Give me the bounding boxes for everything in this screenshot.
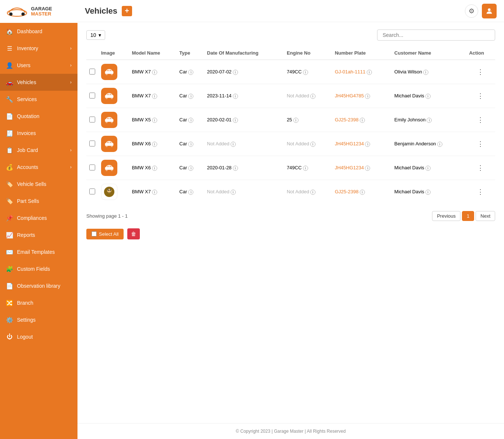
info-icon[interactable]: ℹ (310, 94, 315, 99)
info-icon[interactable]: ℹ (233, 166, 238, 171)
info-icon[interactable]: ℹ (188, 70, 193, 75)
row-checkbox[interactable] (89, 189, 95, 194)
toolbar: 10 ▾ (86, 30, 495, 41)
info-icon[interactable]: ℹ (152, 70, 157, 75)
sidebar-item-job-card[interactable]: 📋 Job Card › (0, 142, 77, 159)
user-avatar[interactable]: + (482, 4, 497, 18)
sidebar: GARAGE MASTER 🏠 Dashboard ☰ Inventory › … (0, 0, 77, 439)
delete-selected-button[interactable]: 🗑 (127, 228, 140, 239)
action-menu-button[interactable]: ⋮ (469, 188, 492, 196)
sidebar-item-invoices[interactable]: 🧾 Invoices (0, 125, 77, 142)
action-menu-button[interactable]: ⋮ (469, 164, 492, 172)
info-icon[interactable]: ℹ (188, 166, 193, 171)
info-icon[interactable]: ℹ (310, 190, 315, 195)
page-1-button[interactable]: 1 (462, 211, 474, 221)
svg-rect-24 (107, 142, 109, 143)
sidebar-item-users[interactable]: 👤 Users › (0, 57, 77, 74)
info-icon[interactable]: ℹ (425, 190, 431, 195)
info-icon[interactable]: ℹ (365, 142, 370, 147)
sidebar-item-vehicles[interactable]: 🚗 Vehicles › (0, 74, 77, 91)
svg-point-33 (108, 190, 109, 191)
sidebar-label-observation-library: Observation library (17, 283, 61, 289)
sidebar-label-custom-fields: Custom Fields (17, 266, 50, 272)
info-icon[interactable]: ℹ (188, 118, 193, 123)
table-row: BMW X7ℹCarℹ2020-07-02ℹ749CCℹGJ-01ah-1111… (86, 60, 495, 84)
row-checkbox-cell (86, 60, 98, 84)
info-icon[interactable]: ℹ (303, 166, 308, 171)
info-icon[interactable]: ℹ (188, 190, 193, 195)
sidebar-item-branch[interactable]: 🔀 Branch (0, 294, 77, 311)
action-menu-button[interactable]: ⋮ (469, 140, 492, 148)
row-customer-name: Michael Davisℹ (391, 180, 466, 204)
svg-point-28 (111, 169, 113, 171)
sidebar-item-quotation[interactable]: 📄 Quotation (0, 108, 77, 125)
sidebar-label-quotation: Quotation (17, 113, 39, 119)
search-input[interactable] (377, 30, 495, 41)
info-icon[interactable]: ℹ (437, 142, 442, 147)
svg-point-17 (106, 121, 107, 123)
row-checkbox[interactable] (89, 141, 95, 146)
svg-rect-35 (108, 189, 109, 190)
info-icon[interactable]: ℹ (425, 166, 431, 171)
info-icon[interactable]: ℹ (152, 190, 157, 195)
info-icon[interactable]: ℹ (188, 142, 193, 147)
info-icon[interactable]: ℹ (310, 142, 315, 147)
sidebar-item-vehicle-sells[interactable]: 🏷️ Vehicle Sells (0, 176, 77, 193)
info-icon[interactable]: ℹ (365, 94, 370, 99)
info-icon[interactable]: ℹ (152, 118, 157, 123)
sidebar-item-observation-library[interactable]: 📄 Observation library (0, 277, 77, 294)
sidebar-item-reports[interactable]: 📈 Reports (0, 227, 77, 243)
info-icon[interactable]: ℹ (233, 70, 238, 75)
sidebar-item-custom-fields[interactable]: 🧩 Custom Fields (0, 260, 77, 277)
info-icon[interactable]: ℹ (425, 94, 431, 99)
select-all-checkbox[interactable] (92, 231, 97, 236)
sidebar-item-accounts[interactable]: 💰 Accounts › (0, 159, 77, 176)
info-icon[interactable]: ℹ (423, 70, 428, 75)
sidebar-item-logout[interactable]: ⏻ Logout (0, 328, 77, 345)
sidebar-item-inventory[interactable]: ☰ Inventory › (0, 40, 77, 57)
add-vehicle-button[interactable]: + (122, 6, 132, 16)
row-checkbox[interactable] (89, 69, 95, 75)
row-model-name: BMW X7ℹ (129, 180, 176, 204)
pagination-buttons: Previous 1 Next (432, 211, 495, 221)
select-all-button[interactable]: Select All (86, 229, 124, 239)
info-icon[interactable]: ℹ (152, 166, 157, 171)
row-checkbox[interactable] (89, 93, 95, 98)
sidebar-item-dashboard[interactable]: 🏠 Dashboard (0, 23, 77, 40)
sidebar-item-email-templates[interactable]: ✉️ Email Templates (0, 243, 77, 260)
row-checkbox[interactable] (89, 165, 95, 170)
vehicles-table: ImageModel NameTypeDate Of Manufacturing… (86, 46, 495, 204)
sidebar-item-part-sells[interactable]: 🏷️ Part Sells (0, 193, 77, 210)
per-page-select[interactable]: 10 ▾ (86, 30, 105, 40)
row-type: Carℹ (176, 132, 204, 156)
settings-icon[interactable]: ⚙ (465, 4, 478, 18)
info-icon[interactable]: ℹ (293, 118, 298, 123)
info-icon[interactable]: ℹ (360, 118, 365, 123)
sidebar-item-settings[interactable]: ⚙️ Settings (0, 311, 77, 328)
action-menu-button[interactable]: ⋮ (469, 92, 492, 100)
row-engine-no: Not Addedℹ (284, 132, 332, 156)
info-icon[interactable]: ℹ (188, 94, 193, 99)
previous-button[interactable]: Previous (432, 211, 460, 221)
info-icon[interactable]: ℹ (303, 70, 308, 75)
row-checkbox[interactable] (89, 117, 95, 122)
row-engine-no: 749CCℹ (284, 60, 332, 84)
action-menu-button[interactable]: ⋮ (469, 68, 492, 76)
info-icon[interactable]: ℹ (152, 94, 157, 99)
info-icon[interactable]: ℹ (231, 190, 236, 195)
sidebar-item-services[interactable]: 🔧 Services (0, 91, 77, 108)
sidebar-item-compliances[interactable]: 📌 Compliances (0, 210, 77, 227)
info-icon[interactable]: ℹ (365, 166, 370, 171)
info-icon[interactable]: ℹ (152, 142, 157, 147)
info-icon[interactable]: ℹ (233, 118, 238, 123)
info-icon[interactable]: ℹ (427, 118, 432, 123)
sidebar-label-reports: Reports (17, 232, 35, 238)
next-button[interactable]: Next (476, 211, 495, 221)
action-menu-button[interactable]: ⋮ (469, 116, 492, 124)
info-icon[interactable]: ℹ (360, 190, 365, 195)
info-icon[interactable]: ℹ (233, 94, 238, 99)
info-icon[interactable]: ℹ (231, 142, 236, 147)
sidebar-label-services: Services (17, 96, 37, 102)
sidebar-icon-logout: ⏻ (6, 333, 13, 341)
info-icon[interactable]: ℹ (367, 70, 372, 75)
